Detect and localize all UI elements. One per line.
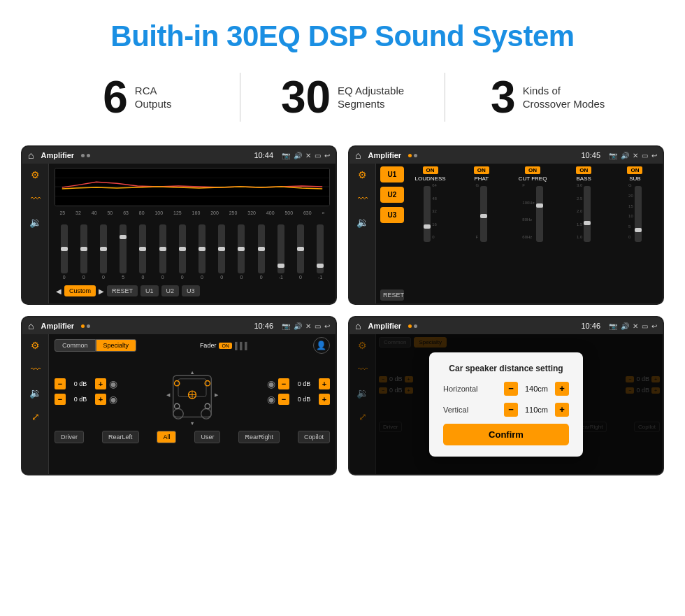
loudness-slider[interactable] [424, 186, 431, 242]
minus-btn-3[interactable]: − [278, 378, 289, 389]
copilot-btn[interactable]: Copilot [298, 431, 330, 443]
eq-track-3[interactable] [100, 224, 107, 273]
fader-home-icon[interactable]: ⌂ [28, 320, 34, 331]
dialog-x-icon[interactable]: ✕ [633, 322, 638, 330]
eq-track-2[interactable] [80, 224, 87, 273]
eq-u2-btn[interactable]: U2 [161, 285, 180, 296]
tab-common[interactable]: Common [55, 339, 96, 352]
fader-sidebar-arrows-icon[interactable]: ⤢ [31, 411, 40, 422]
eq-track-8[interactable] [199, 224, 206, 273]
minus-btn-4[interactable]: − [278, 394, 289, 405]
cutfreq-thumb[interactable] [536, 203, 543, 208]
crossover-rect-icon[interactable]: ▭ [642, 152, 648, 159]
plus-btn-3[interactable]: + [319, 378, 330, 389]
eq-sidebar-wave-icon[interactable]: 〰 [31, 193, 41, 204]
rear-right-btn[interactable]: RearRight [238, 431, 280, 443]
eq-thumb-6[interactable] [159, 247, 166, 251]
dialog-rect-icon[interactable]: ▭ [642, 322, 648, 330]
eq-track-7[interactable] [179, 224, 186, 273]
rear-left-btn[interactable]: RearLeft [102, 431, 139, 443]
plus-btn-2[interactable]: + [95, 394, 106, 405]
eq-track-10[interactable] [238, 224, 245, 273]
eq-thumb-12[interactable] [277, 264, 284, 268]
eq-track-5[interactable] [139, 224, 146, 273]
crossover-u3-btn[interactable]: U3 [380, 207, 404, 223]
eq-track-9[interactable] [218, 224, 225, 273]
eq-thumb-13[interactable] [297, 247, 304, 251]
minus-btn-1[interactable]: − [55, 378, 66, 389]
sub-slider[interactable] [635, 186, 642, 242]
driver-btn[interactable]: Driver [55, 431, 84, 443]
eq-track-12[interactable] [277, 224, 284, 273]
eq-reset-btn[interactable]: RESET [107, 285, 138, 296]
eq-x-icon[interactable]: ✕ [305, 152, 311, 159]
eq-thumb-7[interactable] [179, 247, 186, 251]
plus-btn-1[interactable]: + [95, 378, 106, 389]
vertical-plus-btn[interactable]: + [555, 403, 569, 417]
eq-u3-btn[interactable]: U3 [182, 285, 200, 296]
fader-back-icon[interactable]: ↩ [324, 322, 330, 330]
crossover-u2-btn[interactable]: U2 [380, 187, 404, 203]
fader-x-icon[interactable]: ✕ [305, 322, 311, 330]
eq-thumb-3[interactable] [100, 247, 107, 251]
cutfreq-slider[interactable] [536, 186, 543, 242]
eq-thumb-4[interactable] [120, 235, 127, 239]
fader-sidebar-wave-icon[interactable]: 〰 [31, 364, 41, 375]
eq-home-icon[interactable]: ⌂ [28, 150, 34, 161]
fader-rect-icon[interactable]: ▭ [315, 322, 321, 330]
dialog-back-icon[interactable]: ↩ [651, 322, 657, 330]
crossover-x-icon[interactable]: ✕ [633, 152, 638, 159]
stat-eq: 30 EQ AdjustableSegments [247, 75, 438, 120]
sub-thumb[interactable] [635, 228, 642, 232]
eq-sidebar-speaker-icon[interactable]: 🔉 [29, 217, 41, 228]
eq-track-11[interactable] [258, 224, 265, 273]
phat-thumb[interactable] [480, 214, 487, 218]
horizontal-plus-btn[interactable]: + [555, 382, 569, 396]
eq-next-icon[interactable]: ▶ [99, 287, 104, 295]
eq-track-4[interactable] [120, 224, 127, 273]
user-btn[interactable]: User [194, 431, 220, 443]
crossover-sidebar-wave-icon[interactable]: 〰 [358, 193, 368, 204]
tab-specialty[interactable]: Specialty [96, 339, 137, 352]
crossover-u1-btn[interactable]: U1 [380, 166, 404, 182]
eq-u1-btn[interactable]: U1 [140, 285, 159, 296]
eq-thumb-9[interactable] [218, 247, 225, 251]
eq-thumb-8[interactable] [199, 247, 206, 251]
fader-sidebar-eq-icon[interactable]: ⚙ [31, 340, 40, 351]
eq-track-6[interactable] [159, 224, 166, 273]
confirm-button[interactable]: Confirm [443, 424, 569, 445]
eq-thumb-10[interactable] [238, 247, 245, 251]
all-btn[interactable]: All [157, 431, 176, 443]
fader-sidebar-speaker-icon[interactable]: 🔉 [29, 387, 41, 399]
eq-thumb-14[interactable] [317, 264, 324, 268]
crossover-title: Amplifier [368, 151, 401, 159]
bass-thumb[interactable] [584, 221, 591, 225]
bass-slider[interactable] [584, 186, 591, 242]
eq-status-bar: ⌂ Amplifier 10:44 📷 🔊 ✕ ▭ ↩ [22, 147, 336, 164]
eq-track-1[interactable] [61, 224, 68, 273]
eq-track-14[interactable] [317, 224, 324, 273]
crossover-home-icon[interactable]: ⌂ [355, 150, 361, 161]
eq-track-13[interactable] [297, 224, 304, 273]
plus-btn-4[interactable]: + [319, 394, 330, 405]
eq-thumb-5[interactable] [139, 247, 146, 251]
eq-custom-btn[interactable]: Custom [64, 285, 96, 296]
crossover-sidebar-speaker-icon[interactable]: 🔉 [356, 217, 368, 228]
vertical-minus-btn[interactable]: − [504, 403, 518, 417]
crossover-reset-btn[interactable]: RESET [380, 289, 404, 301]
eq-sidebar-eq-icon[interactable]: ⚙ [31, 169, 40, 180]
eq-thumb-1[interactable] [61, 247, 68, 251]
minus-btn-2[interactable]: − [55, 394, 66, 405]
eq-thumb-11[interactable] [258, 247, 265, 251]
crossover-back-icon[interactable]: ↩ [651, 152, 657, 159]
loudness-thumb[interactable] [424, 224, 431, 229]
person-icon[interactable]: 👤 [313, 337, 330, 354]
eq-thumb-2[interactable] [80, 247, 87, 251]
eq-rect-icon[interactable]: ▭ [315, 152, 321, 159]
dialog-home-icon[interactable]: ⌂ [355, 320, 361, 331]
crossover-sidebar-eq-icon[interactable]: ⚙ [358, 169, 367, 180]
phat-slider[interactable] [480, 186, 487, 242]
eq-prev-icon[interactable]: ◀ [56, 287, 62, 295]
eq-back-icon[interactable]: ↩ [324, 152, 330, 159]
horizontal-minus-btn[interactable]: − [504, 382, 518, 396]
